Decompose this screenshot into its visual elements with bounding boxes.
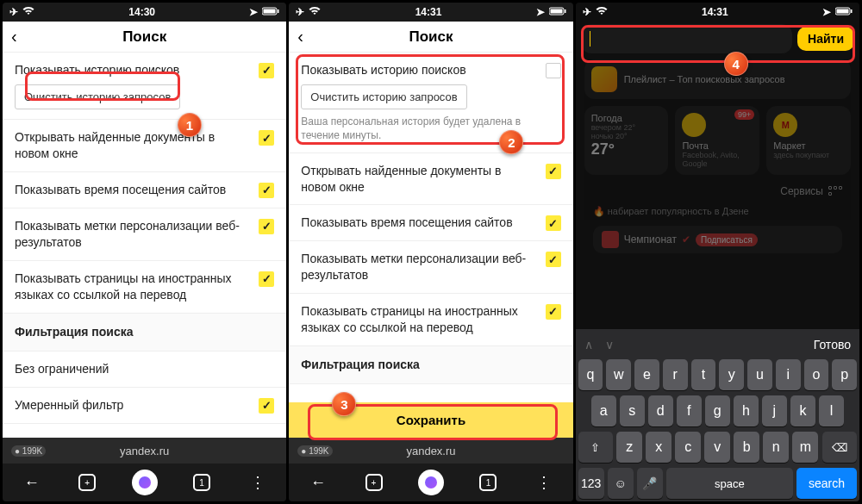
- setting-label: Показывать время посещения сайтов: [301, 215, 538, 231]
- widget-weather[interactable]: Погода вечером 22° ночью 20° 27°: [584, 106, 669, 175]
- key-a[interactable]: a: [591, 395, 616, 426]
- key-y[interactable]: y: [719, 359, 744, 390]
- backspace-key[interactable]: ⌫: [822, 432, 857, 463]
- menu-button[interactable]: ⋮: [533, 471, 555, 494]
- checkbox-icon[interactable]: [546, 252, 561, 267]
- clear-history-button[interactable]: Очистить историю запросов: [15, 84, 180, 110]
- widget-title: Маркет: [773, 140, 844, 151]
- key-v[interactable]: v: [704, 432, 730, 463]
- setting-open-new-window[interactable]: Открывать найденные документы в новом ок…: [3, 120, 286, 172]
- setting-visit-time[interactable]: Показывать время посещения сайтов: [289, 205, 572, 241]
- key-u[interactable]: u: [747, 359, 772, 390]
- key-f[interactable]: f: [677, 395, 702, 426]
- status-bar: ✈ 14:31 ➤: [576, 3, 859, 22]
- section-label: Фильтрация поиска: [301, 357, 560, 373]
- key-e[interactable]: e: [634, 359, 659, 390]
- new-tab-button[interactable]: +: [78, 474, 96, 491]
- setting-pers-labels[interactable]: Показывать метки персонализации веб-резу…: [3, 208, 286, 261]
- setting-label: Показывать страницы на иностранных языка…: [15, 271, 252, 303]
- key-l[interactable]: l: [819, 395, 844, 426]
- location-icon: ➤: [249, 6, 258, 18]
- space-key[interactable]: space: [666, 468, 793, 499]
- checkbox-icon[interactable]: [259, 398, 274, 414]
- checkbox-icon[interactable]: [259, 130, 274, 146]
- setting-show-history[interactable]: Показывать историю поисков Очистить исто…: [289, 53, 572, 153]
- checkbox-icon[interactable]: [546, 63, 561, 78]
- filter-moderate[interactable]: Умеренный фильтр: [3, 388, 286, 424]
- setting-label: Показывать историю поисков: [15, 62, 252, 78]
- key-z[interactable]: z: [616, 432, 642, 463]
- checkbox-icon[interactable]: [546, 304, 561, 320]
- emoji-key[interactable]: ☺: [608, 468, 634, 499]
- key-q[interactable]: q: [578, 359, 603, 390]
- zen-card[interactable]: Чемпионат ✔ Подписаться: [593, 226, 842, 253]
- key-c[interactable]: c: [675, 432, 701, 463]
- checkbox-icon[interactable]: [546, 215, 561, 231]
- checkbox-icon[interactable]: [259, 219, 274, 234]
- new-tab-button[interactable]: +: [365, 474, 383, 491]
- key-d[interactable]: d: [648, 395, 673, 426]
- services-link[interactable]: Сервисы: [584, 182, 851, 201]
- music-icon: [591, 66, 617, 92]
- key-r[interactable]: r: [663, 359, 688, 390]
- back-button[interactable]: ←: [21, 471, 43, 494]
- setting-pers-labels[interactable]: Показывать метки персонализации веб-резу…: [289, 241, 572, 294]
- key-m[interactable]: m: [792, 432, 818, 463]
- find-button[interactable]: Найти: [797, 27, 854, 51]
- filter-no-restrict[interactable]: Без ограничений: [3, 352, 286, 388]
- widget-mail[interactable]: 99+ Почта Facebook, Avito, Google: [675, 106, 759, 175]
- browser-nav: ← + 1 ⋮: [3, 464, 286, 501]
- comments-badge[interactable]: ● 199K: [11, 445, 46, 457]
- key-o[interactable]: o: [804, 359, 829, 390]
- back-icon[interactable]: ‹: [11, 27, 17, 47]
- alice-button[interactable]: [418, 470, 444, 495]
- subscribe-button[interactable]: Подписаться: [696, 233, 758, 246]
- key-k[interactable]: k: [790, 395, 815, 426]
- setting-foreign-pages[interactable]: Показывать страницы на иностранных языка…: [289, 294, 572, 346]
- num-key[interactable]: 123: [578, 468, 604, 499]
- key-i[interactable]: i: [776, 359, 801, 390]
- setting-open-new-window[interactable]: Открывать найденные документы в новом ок…: [289, 153, 572, 206]
- checkbox-icon[interactable]: [259, 183, 274, 198]
- checkbox-icon[interactable]: [259, 271, 274, 287]
- setting-label: Показывать историю поисков: [301, 62, 538, 78]
- svg-rect-4: [550, 9, 562, 14]
- shift-key[interactable]: ⇧: [578, 432, 613, 463]
- tabs-button[interactable]: 1: [479, 474, 497, 491]
- key-t[interactable]: t: [691, 359, 716, 390]
- url-text: yandex.ru: [120, 445, 169, 457]
- key-g[interactable]: g: [705, 395, 730, 426]
- setting-label: Без ограничений: [15, 361, 274, 377]
- kbd-up-icon[interactable]: ∧: [584, 338, 593, 352]
- back-icon[interactable]: ‹: [297, 27, 303, 47]
- back-button[interactable]: ←: [307, 471, 329, 494]
- kbd-done[interactable]: Готово: [814, 338, 851, 352]
- setting-show-history[interactable]: Показывать историю поисков Очистить исто…: [3, 53, 286, 120]
- checkbox-icon[interactable]: [259, 63, 274, 78]
- search-input[interactable]: [581, 24, 792, 53]
- svg-rect-7: [836, 9, 848, 14]
- wifi-icon: [22, 6, 34, 18]
- url-bar[interactable]: ● 199K yandex.ru: [289, 438, 572, 464]
- url-bar[interactable]: ● 199K yandex.ru: [3, 438, 286, 464]
- search-key[interactable]: search: [796, 468, 857, 499]
- menu-button[interactable]: ⋮: [247, 471, 269, 494]
- comments-badge[interactable]: ● 199K: [297, 445, 332, 457]
- key-p[interactable]: p: [832, 359, 857, 390]
- clear-history-button[interactable]: Очистить историю запросов: [301, 84, 466, 110]
- key-x[interactable]: x: [646, 432, 671, 463]
- key-h[interactable]: h: [734, 395, 759, 426]
- setting-visit-time[interactable]: Показывать время посещения сайтов: [3, 172, 286, 208]
- kbd-down-icon[interactable]: ∨: [605, 338, 614, 352]
- mic-key[interactable]: 🎤: [637, 468, 663, 499]
- key-w[interactable]: w: [606, 359, 631, 390]
- key-j[interactable]: j: [762, 395, 787, 426]
- checkbox-icon[interactable]: [546, 164, 561, 179]
- alice-button[interactable]: [132, 470, 158, 495]
- widget-market[interactable]: M Маркет здесь покупают: [766, 106, 851, 175]
- key-s[interactable]: s: [620, 395, 645, 426]
- key-n[interactable]: n: [763, 432, 789, 463]
- key-b[interactable]: b: [734, 432, 759, 463]
- tabs-button[interactable]: 1: [193, 474, 210, 491]
- setting-foreign-pages[interactable]: Показывать страницы на иностранных языка…: [3, 261, 286, 314]
